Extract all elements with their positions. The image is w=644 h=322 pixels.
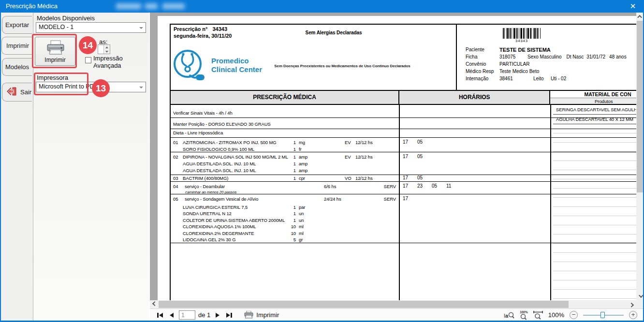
horizontal-scroll-thumb[interactable]: [159, 301, 569, 308]
scroll-right-icon[interactable]: [628, 300, 636, 308]
material-item: SERINGA DESCARTAVEL SEM AGULHA: [553, 105, 636, 115]
patient-row: Ficha 318075 Sexo Masculino Dt Nasc 31/0…: [466, 54, 636, 61]
col-material-header: MATERIAL DE CON Produtos: [550, 91, 636, 104]
zoom-out-button[interactable]: −: [570, 311, 578, 319]
preview-toolbar: de 1 Imprimir Ia 100%: [150, 308, 644, 321]
titlebar: Prescrição Médica ✕: [0, 0, 644, 13]
page-navigation: de 1 Imprimir: [156, 309, 279, 321]
patient-info: 34343 Paciente TESTE DE SISTEMA Ficha 31…: [462, 25, 636, 90]
fit-width-icon[interactable]: [533, 311, 543, 320]
impressao-avancada-checkbox[interactable]: [85, 57, 91, 63]
stepper-up-icon[interactable]: [103, 45, 110, 49]
annotation-box-impressora: [34, 73, 88, 95]
barcode-number: 34343: [503, 39, 541, 43]
zoom-in-button[interactable]: +: [629, 311, 637, 319]
tab-sair[interactable]: Sair: [2, 83, 32, 102]
patient-row: Médico Resp Teste Medico Beto: [466, 69, 636, 76]
modelo-select[interactable]: MODELO - 1: [36, 22, 146, 33]
material-item: AGULHA DESCARTAVEL 40 X 12 MM: [553, 115, 636, 124]
next-page-button[interactable]: [213, 311, 222, 320]
page-count-label: de 1: [198, 311, 210, 319]
scroll-left-icon[interactable]: [150, 300, 158, 308]
header-divider: [456, 25, 457, 90]
impressao-avancada-label: Impressão Avançada: [93, 55, 130, 69]
annotation-box-imprimir: [32, 34, 77, 68]
material-column: SERINGA DESCARTAVEL SEM AGULHA AGULHA DE…: [553, 105, 636, 300]
table-header: PRESCRIÇÃO MÉDICA HORÁRIOS MATERIAL DE C…: [171, 91, 636, 105]
close-icon[interactable]: ✕: [627, 1, 639, 12]
modelos-disponiveis-label: Modelos Disponíveis: [37, 15, 95, 22]
exit-icon: [6, 87, 17, 98]
stethoscope-logo-icon: [173, 49, 206, 83]
zoom-slider[interactable]: [583, 311, 624, 319]
chevron-down-icon: [139, 87, 143, 88]
zoom-controls: Ia 100% 100% − +: [504, 309, 637, 321]
zoom-100-icon[interactable]: 100%: [520, 310, 528, 320]
sidebar: Exportar Imprimir Modelos Sair: [0, 13, 33, 322]
patient-row: Internação 38461 Leito Uti - 02: [466, 76, 636, 83]
prescription-document: Prescrição n°34343 segunda-feira, 30/11/…: [170, 24, 636, 300]
window-border: [0, 13, 1, 322]
annotation-step-14: 14: [79, 36, 97, 54]
patient-row: Paciente TESTE DE SISTEMA: [466, 47, 636, 54]
prescricao-numero: Prescrição n°34343: [174, 26, 227, 32]
horizontal-scrollbar[interactable]: [150, 300, 636, 308]
last-page-button[interactable]: [225, 311, 234, 320]
chevron-down-icon: [139, 27, 143, 29]
prescricao-data: segunda-feira, 30/11/20: [174, 33, 232, 39]
prescricao-medica-window: Prescrição Médica ✕ Exportar Imprimir Mo…: [0, 0, 644, 322]
alergias-text: Sem Alergias Declaradas: [278, 30, 389, 35]
patient-row: Convênio PARTICULAR: [466, 61, 636, 69]
document-page: Prescrição n°34343 segunda-feira, 30/11/…: [158, 16, 636, 300]
clinic-logo-text: Promedico Clinical Center: [211, 57, 262, 74]
printer-icon: [244, 311, 253, 319]
print-preview[interactable]: Prescrição n°34343 segunda-feira, 30/11/…: [150, 13, 636, 300]
vias-stepper[interactable]: [98, 44, 110, 54]
zoom-slider-thumb[interactable]: [600, 312, 605, 318]
annotation-step-13: 13: [92, 79, 110, 97]
first-page-button[interactable]: [156, 311, 164, 320]
col-produtos-header: Produtos: [550, 98, 636, 104]
blurred-text: [116, 3, 141, 9]
tab-modelos[interactable]: Modelos: [2, 58, 32, 76]
tab-exportar[interactable]: Exportar: [2, 16, 32, 34]
tab-imprimir[interactable]: Imprimir: [1, 37, 33, 55]
text-search-icon[interactable]: Ia: [504, 312, 514, 319]
toolbar-imprimir-button[interactable]: Imprimir: [256, 311, 279, 319]
preexistentes-text: Sem Doenças Preexistentes ou Medicamento…: [265, 64, 419, 68]
page-number-input[interactable]: [179, 310, 195, 320]
blurred-text: [162, 3, 185, 9]
material-empty-rows: [553, 124, 636, 300]
zoom-percentage: 100%: [548, 311, 564, 319]
vertical-scroll-thumb[interactable]: [637, 21, 644, 192]
barcode: [503, 28, 541, 39]
col-horarios-header: HORÁRIOS: [399, 91, 550, 104]
window-title: Prescrição Médica: [6, 2, 58, 10]
previous-page-button[interactable]: [167, 311, 176, 320]
document-header: Prescrição n°34343 segunda-feira, 30/11/…: [171, 25, 636, 91]
col-prescricao-header: PRESCRIÇÃO MÉDICA: [171, 91, 399, 104]
stepper-down-icon[interactable]: [103, 49, 110, 54]
blurred-text: [145, 3, 158, 9]
